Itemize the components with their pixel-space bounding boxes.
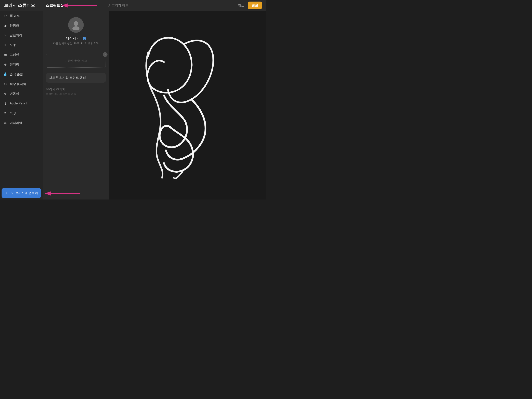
cancel-button[interactable]: 취소 — [238, 3, 245, 8]
sidebar-item-label: 끝단처리 — [10, 33, 22, 37]
author-name: 제작자 - 이름 — [66, 36, 86, 40]
sidebar-item-about[interactable]: ℹ 이 브러시에 관하여 — [1, 188, 41, 198]
sidebar-item-label: Apple Pencil — [10, 102, 27, 105]
sidebar-item-label: 모양 — [10, 43, 16, 47]
brush-reset-title: 브러시 초기화 — [46, 87, 106, 91]
drawing-pad-label: 그리기 패드 — [112, 3, 128, 7]
sidebar-item-wet-mix[interactable]: 💧 습식 혼합 — [0, 69, 43, 79]
sidebar-item-shape[interactable]: ✳ 모양 — [0, 40, 43, 50]
main-content: ↩ 획 경로 ◑ 안정화 〜 끝단처리 ✳ 모양 ▦ 그레인 ⊘ 렌더링 💧 습… — [0, 11, 266, 200]
created-date: 2022. 11. 2. 오후 5:56 — [74, 42, 99, 45]
sidebar-item-label: 안정화 — [10, 24, 19, 28]
wet-mix-icon: 💧 — [3, 72, 7, 76]
properties-icon: ≡ — [3, 111, 7, 115]
tab-arrow — [66, 2, 97, 9]
signature-clear-button[interactable]: ✕ — [103, 52, 108, 57]
app-title: 브러시 스튜디오 — [4, 3, 35, 8]
sidebar-item-apple-pencil[interactable]: ℹ Apple Pencil — [0, 99, 43, 108]
sidebar-item-tip-finish[interactable]: 〜 끝단처리 — [0, 30, 43, 40]
drawing-canvas — [109, 11, 266, 200]
apple-pencil-icon: ℹ — [3, 101, 7, 106]
shape-icon: ✳ — [3, 43, 7, 47]
tab-container: 스크립트 1 — [46, 2, 97, 9]
created-label: 다음 날짜에 생성: — [53, 42, 74, 45]
signature-placeholder: 이곳에 서명하세요 — [65, 59, 87, 63]
drawing-area[interactable] — [109, 11, 266, 200]
stroke-path-icon: ↩ — [3, 14, 7, 18]
svg-point-4 — [74, 21, 78, 26]
sidebar-item-dynamics[interactable]: ↺ 변동성 — [0, 89, 43, 99]
header-right: 취소 완료 — [238, 1, 262, 9]
tip-finish-icon: 〜 — [3, 33, 7, 37]
grain-icon: ▦ — [3, 53, 7, 57]
sidebar-item-label: 색상 움직임 — [10, 82, 26, 86]
sidebar-item-stabilization[interactable]: ◑ 안정화 — [0, 21, 43, 30]
avatar — [68, 17, 84, 33]
sidebar-item-properties[interactable]: ≡ 속성 — [0, 108, 43, 118]
header: 브러시 스튜디오 스크립트 1 ↗ 그리기 패드 취소 완료 — [0, 0, 266, 11]
sidebar-item-color-dynamics[interactable]: ✂ 색상 움직임 — [0, 79, 43, 89]
stabilization-icon: ◑ — [3, 23, 7, 28]
signature-area: 이곳에 서명하세요 ✕ — [46, 54, 106, 68]
author-date: 다음 날짜에 생성: 2022. 11. 2. 오후 5:56 — [53, 42, 99, 45]
color-dynamics-icon: ✂ — [3, 82, 7, 86]
material-icon: ⊕ — [3, 121, 7, 125]
sidebar-item-material[interactable]: ⊕ 머티리얼 — [0, 118, 43, 128]
sidebar-item-label: 렌더링 — [10, 63, 19, 67]
author-card: 제작자 - 이름 다음 날짜에 생성: 2022. 11. 2. 오후 5:56 — [43, 11, 109, 50]
sidebar-item-grain[interactable]: ▦ 그레인 — [0, 50, 43, 60]
svg-point-5 — [72, 26, 79, 30]
dynamics-icon: ↺ — [3, 91, 7, 96]
avatar-icon — [71, 20, 81, 30]
sidebar-item-stroke-path[interactable]: ↩ 획 경로 — [0, 11, 43, 21]
rendering-icon: ⊘ — [3, 62, 7, 67]
drawing-pad-button[interactable]: ↗ 그리기 패드 — [108, 3, 128, 8]
tab-label: 스크립트 1 — [46, 3, 63, 8]
sidebar-item-label: 변동성 — [10, 92, 19, 96]
sidebar-item-label: 습식 혼합 — [10, 72, 23, 76]
reset-point-button[interactable]: 새로운 초기화 포인트 생성 — [46, 73, 106, 83]
brush-reset-subtitle: 생성된 초기화 포인트 없음 — [46, 92, 106, 96]
sidebar-item-label: 이 브러시에 관하여 — [11, 191, 38, 195]
signature-box[interactable]: 이곳에 서명하세요 ✕ — [46, 54, 106, 68]
sidebar-item-label: 획 경로 — [10, 14, 20, 18]
author-name-value: 이름 — [79, 36, 86, 40]
brush-reset-section: 브러시 초기화 생성된 초기화 포인트 없음 — [43, 84, 109, 97]
middle-panel: 제작자 - 이름 다음 날짜에 생성: 2022. 11. 2. 오후 5:56… — [43, 11, 109, 200]
about-icon: ℹ — [5, 191, 9, 195]
drawing-pad-icon: ↗ — [108, 3, 111, 8]
sidebar-item-label: 속성 — [10, 111, 16, 115]
sidebar-item-label: 머티리얼 — [10, 121, 22, 125]
header-left: 브러시 스튜디오 스크립트 1 ↗ 그리기 패드 — [4, 2, 128, 9]
sidebar-item-label: 그레인 — [10, 53, 19, 57]
sidebar-item-rendering[interactable]: ⊘ 렌더링 — [0, 60, 43, 69]
done-button[interactable]: 완료 — [248, 1, 262, 9]
sidebar: ↩ 획 경로 ◑ 안정화 〜 끝단처리 ✳ 모양 ▦ 그레인 ⊘ 렌더링 💧 습… — [0, 11, 43, 200]
